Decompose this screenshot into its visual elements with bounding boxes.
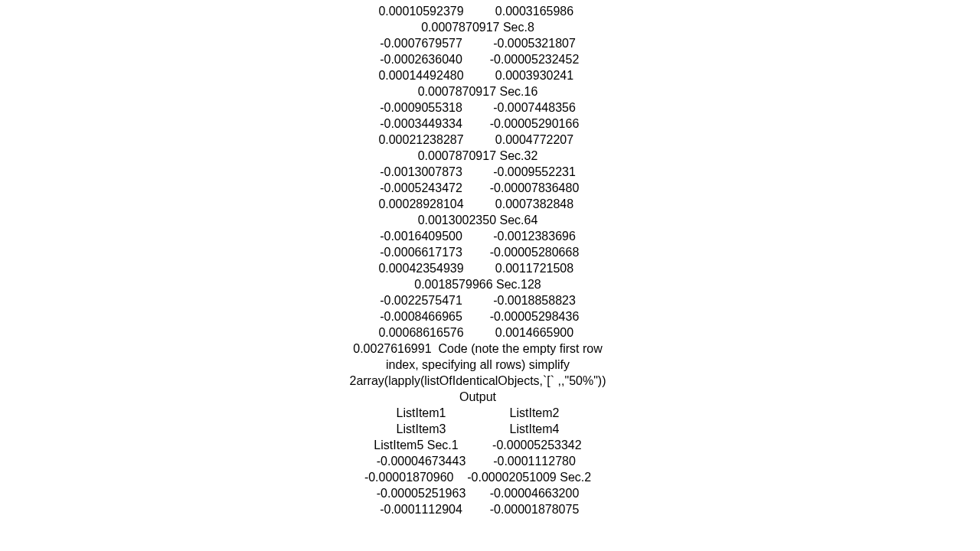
section-header: 0.0018579966 Sec.128 bbox=[340, 276, 616, 292]
value-right: 0.0007382848 bbox=[488, 196, 580, 212]
text-column: 0.000105923790.00031659860.0007870917 Se… bbox=[340, 3, 616, 517]
data-pair: -0.0009055318-0.0007448356 bbox=[340, 99, 616, 116]
value-left: 0.00021238287 bbox=[375, 132, 467, 148]
section-value: 0.0007870917 bbox=[418, 85, 496, 98]
data-pair: 0.000423549390.0011721508 bbox=[340, 260, 616, 276]
value-left: 0.00014492480 bbox=[375, 67, 467, 83]
data-pair: -0.0005243472-0.00007836480 bbox=[340, 180, 616, 196]
value-right: -0.0001112780 bbox=[488, 453, 580, 469]
value-right: -0.0009552231 bbox=[488, 164, 580, 180]
data-pair: 0.000686165760.0014665900 bbox=[340, 324, 616, 341]
data-pair: -0.0016409500-0.0012383696 bbox=[340, 228, 616, 244]
section-header: 0.0013002350 Sec.64 bbox=[340, 212, 616, 228]
value-left: -0.0002636040 bbox=[375, 51, 467, 67]
value-left: ListItem3 bbox=[375, 421, 467, 437]
value-left: -0.0009055318 bbox=[375, 99, 467, 116]
data-pair: -0.00005251963-0.00004663200 bbox=[340, 485, 616, 501]
value-left: -0.00005251963 bbox=[375, 485, 467, 501]
data-pair: 0.000144924800.0003930241 bbox=[340, 67, 616, 83]
data-pair: 0.000212382870.0004772207 bbox=[340, 132, 616, 148]
value-right: -0.00005290166 bbox=[488, 116, 580, 132]
section-label: Sec.32 bbox=[496, 149, 537, 162]
value-left: 0.00042354939 bbox=[375, 260, 467, 276]
value-left: -0.0001112904 bbox=[375, 501, 467, 517]
data-pair: ListItem1ListItem2 bbox=[340, 405, 616, 421]
data-pair: -0.0008466965-0.00005298436 bbox=[340, 308, 616, 324]
data-pair: 0.000289281040.0007382848 bbox=[340, 196, 616, 212]
value-left: 0.00028928104 bbox=[375, 196, 467, 212]
data-pair: -0.0002636040-0.00005232452 bbox=[340, 51, 616, 67]
data-pair: -0.0006617173-0.00005280668 bbox=[340, 244, 616, 260]
value-right: -0.0018858823 bbox=[488, 292, 580, 308]
data-pair: ListItem3ListItem4 bbox=[340, 421, 616, 437]
text-line: 0.0027616991 Code (note the empty first … bbox=[340, 341, 616, 405]
value-left: -0.0008466965 bbox=[375, 308, 467, 324]
data-pair: -0.0001112904-0.00001878075 bbox=[340, 501, 616, 517]
value-right: -0.00005232452 bbox=[488, 51, 580, 67]
value-left: -0.0022575471 bbox=[375, 292, 467, 308]
data-pair: -0.0013007873-0.0009552231 bbox=[340, 164, 616, 180]
text-line: -0.00001870960 -0.00002051009 Sec.2 bbox=[340, 469, 616, 485]
value-left: -0.0005243472 bbox=[375, 180, 467, 196]
data-pair: -0.0007679577-0.0005321807 bbox=[340, 35, 616, 51]
value-left: ListItem1 bbox=[375, 405, 467, 421]
section-label: Sec.128 bbox=[493, 278, 541, 291]
section-label: Sec.8 bbox=[499, 21, 534, 34]
value-left: -0.0006617173 bbox=[375, 244, 467, 260]
value-left: -0.0007679577 bbox=[375, 35, 467, 51]
data-pair: -0.00004673443-0.0001112780 bbox=[340, 453, 616, 469]
section-value: 0.0013002350 bbox=[418, 214, 496, 227]
section-value: 0.0007870917 bbox=[421, 21, 499, 34]
value-left: -0.0013007873 bbox=[375, 164, 467, 180]
value-left: -0.0016409500 bbox=[375, 228, 467, 244]
value-right: -0.00001878075 bbox=[488, 501, 580, 517]
value-left: -0.0003449334 bbox=[375, 116, 467, 132]
value-left: 0.00068616576 bbox=[375, 324, 467, 341]
value-right: -0.00007836480 bbox=[488, 180, 580, 196]
value-right: ListItem2 bbox=[488, 405, 580, 421]
value-right: ListItem4 bbox=[488, 421, 580, 437]
section-value: 0.0018579966 bbox=[414, 278, 492, 291]
value-right: 0.0011721508 bbox=[488, 260, 580, 276]
section-label: Sec.16 bbox=[496, 85, 537, 98]
value-right: -0.00005280668 bbox=[488, 244, 580, 260]
page-viewport: 0.000105923790.00031659860.0007870917 Se… bbox=[0, 0, 980, 551]
data-pair: -0.0022575471-0.0018858823 bbox=[340, 292, 616, 308]
value-right: -0.0005321807 bbox=[488, 35, 580, 51]
value-right: 0.0004772207 bbox=[488, 132, 580, 148]
value-right: -0.00005298436 bbox=[488, 308, 580, 324]
value-left: 0.00010592379 bbox=[375, 3, 467, 19]
value-right: 0.0014665900 bbox=[488, 324, 580, 341]
value-right: -0.00004663200 bbox=[488, 485, 580, 501]
value-right: 0.0003930241 bbox=[488, 67, 580, 83]
value-right: 0.0003165986 bbox=[488, 3, 580, 19]
value-right: -0.0007448356 bbox=[488, 99, 580, 116]
section-header: 0.0007870917 Sec.32 bbox=[340, 148, 616, 164]
data-pair: -0.0003449334-0.00005290166 bbox=[340, 116, 616, 132]
section-header: 0.0007870917 Sec.8 bbox=[340, 19, 616, 35]
text-line: ListItem5 Sec.1 -0.00005253342 bbox=[340, 437, 616, 453]
section-value: 0.0007870917 bbox=[418, 149, 496, 162]
section-label: Sec.64 bbox=[496, 214, 537, 227]
data-pair: 0.000105923790.0003165986 bbox=[340, 3, 616, 19]
section-header: 0.0007870917 Sec.16 bbox=[340, 83, 616, 99]
value-right: -0.0012383696 bbox=[488, 228, 580, 244]
value-left: -0.00004673443 bbox=[375, 453, 467, 469]
